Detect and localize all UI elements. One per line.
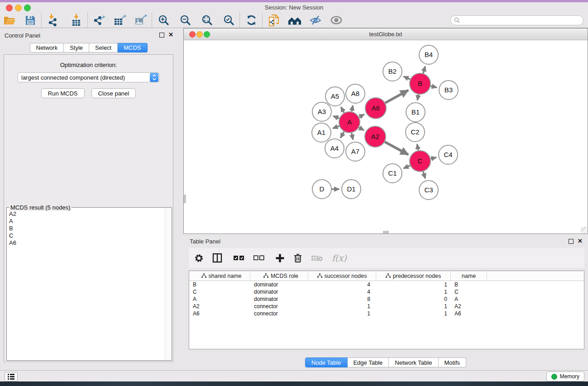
graph-edge[interactable] <box>423 67 425 73</box>
mcds-result-item[interactable]: A <box>7 218 165 225</box>
export-network-icon[interactable] <box>92 14 106 27</box>
graph-edge[interactable] <box>359 114 364 117</box>
graph-edge[interactable] <box>352 133 353 140</box>
refresh-icon[interactable] <box>244 14 258 27</box>
column-header-predecessor-nodes[interactable]: predecessor nodes <box>376 271 451 281</box>
table-row[interactable]: Bdominator41B <box>189 281 584 288</box>
window-resize-grip[interactable] <box>581 227 587 233</box>
table-row[interactable]: A2connector11A2 <box>189 303 584 310</box>
import-table-icon[interactable] <box>70 14 83 27</box>
tab-mcds[interactable]: MCDS <box>118 43 147 52</box>
add-column-icon[interactable] <box>275 252 285 264</box>
tab-select[interactable]: Select <box>89 43 118 52</box>
mcds-tab-content: Optimization criterion: largest connecte… <box>4 54 173 362</box>
close-window-button[interactable] <box>6 5 13 11</box>
column-header-successor-nodes[interactable]: successor nodes <box>308 271 376 281</box>
zoom-window-button[interactable] <box>24 5 31 11</box>
close-table-panel-icon[interactable]: ✕ <box>578 239 583 243</box>
open-file-icon[interactable] <box>3 14 16 27</box>
select-all-icon[interactable] <box>234 252 245 264</box>
mcds-result-scrollbar[interactable] <box>165 208 172 360</box>
table-row[interactable]: A6connector11A6 <box>189 310 584 317</box>
import-network-icon[interactable] <box>46 14 60 27</box>
graph-edge[interactable] <box>417 144 418 150</box>
graph-edge[interactable] <box>430 157 436 159</box>
task-history-button[interactable] <box>5 372 18 381</box>
table-cell: B <box>189 281 250 288</box>
tab-network-table[interactable]: Network Table <box>389 357 438 367</box>
memory-button[interactable]: Memory <box>546 372 584 381</box>
float-table-panel-icon[interactable] <box>569 239 574 244</box>
graph-edge[interactable] <box>385 142 408 154</box>
mcds-result-item[interactable]: C <box>7 232 165 239</box>
graph-edge[interactable] <box>430 86 436 87</box>
tab-style[interactable]: Style <box>64 43 89 52</box>
graph-edge[interactable] <box>340 132 344 138</box>
graph-edge[interactable] <box>359 128 364 130</box>
search-field[interactable] <box>450 15 583 25</box>
zoom-fit-icon[interactable] <box>200 14 214 27</box>
close-panel-icon[interactable]: ✕ <box>168 33 173 37</box>
graph-edge[interactable] <box>333 116 339 118</box>
show-columns-icon[interactable] <box>212 252 222 264</box>
column-header-mcds-role[interactable]: MCDS role <box>250 271 308 281</box>
network-canvas[interactable]: B4B2BB3A8A5A6A3B1AC2A1A2A4A7C4CC1DD1C3 <box>184 40 588 234</box>
close-panel-button[interactable]: Close panel <box>91 88 136 98</box>
graph-edge[interactable] <box>333 126 339 128</box>
table-row[interactable]: Cdominator41C <box>189 288 584 295</box>
graph-edge[interactable] <box>385 90 408 103</box>
tab-node-table[interactable]: Node Table <box>305 357 348 367</box>
show-panels-icon[interactable] <box>330 14 343 27</box>
mcds-result-item[interactable]: B <box>7 225 165 232</box>
function-builder-icon[interactable]: f(x) <box>332 252 347 264</box>
table-cell: 4 <box>308 281 376 288</box>
save-session-icon[interactable] <box>24 14 37 27</box>
horizontal-scrollbar-thumb[interactable] <box>383 231 389 234</box>
graph-node-label: B3 <box>445 86 453 94</box>
graph-node-label: D <box>320 185 325 193</box>
close-network-window-button[interactable] <box>189 31 196 38</box>
graph-edge[interactable] <box>423 172 425 178</box>
graph-edge[interactable] <box>352 105 353 111</box>
new-session-icon[interactable] <box>267 14 281 27</box>
zoom-in-icon[interactable] <box>157 14 170 27</box>
delete-icon[interactable] <box>293 252 302 264</box>
tab-edge-table[interactable]: Edge Table <box>347 357 389 367</box>
mcds-result-item[interactable]: A6 <box>7 239 165 247</box>
float-panel-icon[interactable] <box>159 33 164 38</box>
vertical-scrollbar-thumb[interactable] <box>184 195 186 203</box>
graph-edge[interactable] <box>403 76 410 79</box>
network-graph[interactable]: B4B2BB3A8A5A6A3B1AC2A1A2A4A7C4CC1DD1C3 <box>184 40 587 233</box>
home-icon[interactable] <box>288 14 301 27</box>
column-namespace-icon <box>263 273 268 278</box>
criterion-dropdown[interactable]: largest connected component (directed) <box>18 72 159 82</box>
graph-edge[interactable] <box>403 166 410 168</box>
network-window-titlebar: testGlobe.txt <box>184 29 588 40</box>
column-header-name[interactable]: name <box>451 271 487 281</box>
zoom-selected-icon[interactable] <box>222 14 235 27</box>
hide-panels-icon[interactable] <box>309 14 322 27</box>
zoom-out-icon[interactable] <box>178 14 192 27</box>
graph-edge[interactable] <box>417 95 418 100</box>
graph-edge[interactable] <box>341 107 344 113</box>
graph-node-label: A5 <box>331 92 339 100</box>
column-header-shared-name[interactable]: shared name <box>189 271 250 281</box>
memory-label: Memory <box>560 373 579 380</box>
table-cell: 1 <box>376 289 451 295</box>
settings-gear-icon[interactable] <box>194 252 204 264</box>
run-mcds-button[interactable]: Run MCDS <box>41 88 85 98</box>
unselect-all-icon[interactable] <box>253 252 265 264</box>
export-image-icon[interactable] <box>134 14 148 27</box>
search-input[interactable] <box>462 16 583 25</box>
tab-network[interactable]: Network <box>29 43 64 52</box>
minimize-window-button[interactable] <box>15 5 22 11</box>
export-table-icon[interactable] <box>113 14 127 27</box>
table-row[interactable]: Adominator80A <box>189 295 584 303</box>
table-cell: 1 <box>376 303 451 310</box>
mcds-result-item[interactable]: A2 <box>7 210 165 218</box>
delete-table-icon[interactable] <box>311 252 323 264</box>
tab-motifs[interactable]: Motifs <box>438 357 466 367</box>
minimize-network-window-button[interactable] <box>196 31 203 38</box>
zoom-network-window-button[interactable] <box>204 31 210 38</box>
table-cell: A2 <box>189 303 250 310</box>
